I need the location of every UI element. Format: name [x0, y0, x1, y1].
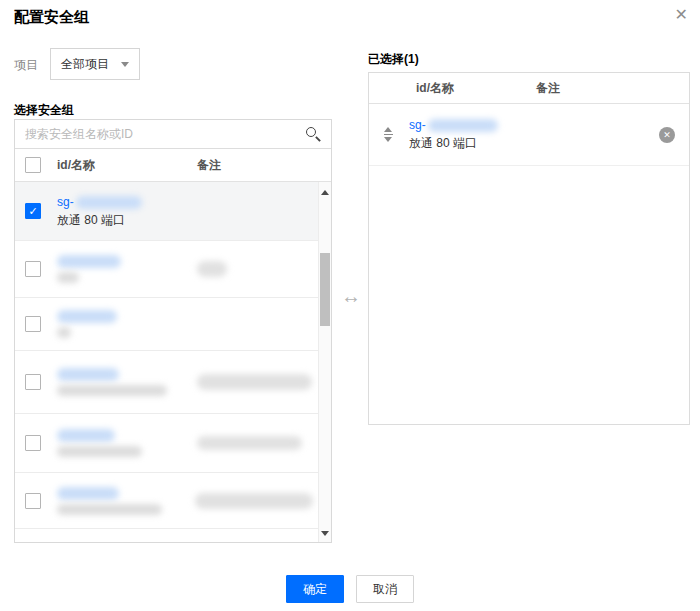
redacted-name — [57, 310, 117, 323]
chevron-down-icon — [121, 62, 129, 67]
redacted-name — [76, 196, 142, 209]
redacted-name — [57, 487, 119, 500]
sg-name-cell — [57, 487, 195, 515]
sg-remark-cell — [195, 493, 313, 509]
redacted-name — [57, 368, 119, 381]
selected-header: id/名称 备注 — [369, 73, 689, 104]
sg-id-link[interactable]: sg- — [57, 195, 74, 209]
close-icon[interactable]: ✕ — [675, 5, 688, 25]
partial-row — [15, 529, 331, 543]
redacted-remark — [197, 261, 227, 277]
redacted-name — [57, 255, 121, 268]
selected-name-cell: sg- 放通 80 端口 — [409, 118, 609, 151]
redacted-remark — [197, 436, 302, 450]
redacted-note — [57, 272, 79, 283]
redacted-remark — [197, 374, 312, 390]
sg-remark-cell — [197, 436, 313, 450]
redacted-name — [428, 119, 498, 132]
column-id-name: id/名称 — [416, 80, 536, 97]
list-scrollbar[interactable] — [318, 182, 331, 542]
redacted-remark — [195, 493, 313, 509]
selected-panel: id/名称 备注 sg- 放通 80 端口 ✕ — [368, 72, 690, 425]
search-bar — [15, 120, 331, 149]
project-label: 项目 — [14, 57, 38, 74]
scroll-up-icon[interactable] — [321, 190, 329, 195]
remove-icon[interactable]: ✕ — [659, 127, 675, 143]
project-select[interactable]: 全部项目 — [50, 48, 140, 80]
selected-count-label: 已选择(1) — [368, 51, 419, 68]
scroll-down-icon[interactable] — [321, 531, 329, 536]
column-remark: 备注 — [197, 157, 221, 174]
drag-handle-icon[interactable] — [381, 127, 395, 142]
redacted-name — [57, 429, 115, 442]
sg-row-6[interactable] — [15, 473, 331, 529]
security-group-list-panel: id/名称 备注 ✓ sg- 放通 80 端口 — [14, 119, 332, 543]
sg-remark-cell — [197, 261, 313, 277]
cancel-button[interactable]: 取消 — [356, 575, 414, 603]
confirm-button[interactable]: 确定 — [286, 575, 344, 603]
redacted-note — [57, 385, 167, 396]
list-header: id/名称 备注 — [15, 149, 331, 182]
selected-row: sg- 放通 80 端口 ✕ — [369, 104, 689, 166]
column-id-name: id/名称 — [57, 157, 197, 174]
sg-name-cell — [57, 255, 197, 283]
security-group-list: ✓ sg- 放通 80 端口 — [15, 182, 331, 542]
sg-id-link[interactable]: sg- — [409, 118, 426, 132]
row-checkbox[interactable] — [25, 316, 41, 332]
row-checkbox[interactable] — [25, 435, 41, 451]
search-icon-handle — [315, 136, 321, 142]
select-all-checkbox[interactable] — [25, 157, 41, 173]
redacted-note — [57, 504, 162, 515]
column-remark: 备注 — [536, 80, 560, 97]
sg-name-cell — [57, 429, 197, 457]
select-security-group-label: 选择安全组 — [14, 102, 74, 119]
transfer-arrow-icon: ↔ — [341, 285, 361, 308]
sg-remark-cell — [197, 374, 313, 390]
scrollbar-thumb[interactable] — [320, 253, 330, 326]
row-checkbox[interactable]: ✓ — [25, 203, 41, 219]
configure-security-group-dialog: 配置安全组 ✕ 项目 全部项目 选择安全组 id/名称 备注 ✓ — [0, 0, 700, 611]
dialog-footer: 确定 取消 — [0, 575, 700, 603]
sg-note: 放通 80 端口 — [409, 136, 609, 151]
sg-name-cell — [57, 368, 197, 396]
search-icon-glass — [306, 127, 316, 137]
sg-name-cell — [57, 310, 197, 338]
sg-row-1[interactable]: ✓ sg- 放通 80 端口 — [15, 182, 331, 241]
row-checkbox[interactable] — [25, 261, 41, 277]
sg-row-5[interactable] — [15, 414, 331, 473]
search-input[interactable] — [15, 120, 331, 148]
redacted-note — [57, 446, 142, 457]
search-icon[interactable] — [305, 126, 322, 143]
row-checkbox[interactable] — [25, 374, 41, 390]
redacted-note — [57, 327, 71, 338]
check-icon: ✓ — [26, 204, 40, 219]
sg-name-cell: sg- 放通 80 端口 — [57, 195, 197, 228]
project-select-value: 全部项目 — [61, 56, 109, 73]
sg-row-2[interactable] — [15, 241, 331, 298]
row-checkbox[interactable] — [25, 493, 41, 509]
sg-row-3[interactable] — [15, 298, 331, 351]
sg-note: 放通 80 端口 — [57, 213, 197, 228]
dialog-title: 配置安全组 — [14, 8, 89, 27]
sg-row-4[interactable] — [15, 351, 331, 414]
